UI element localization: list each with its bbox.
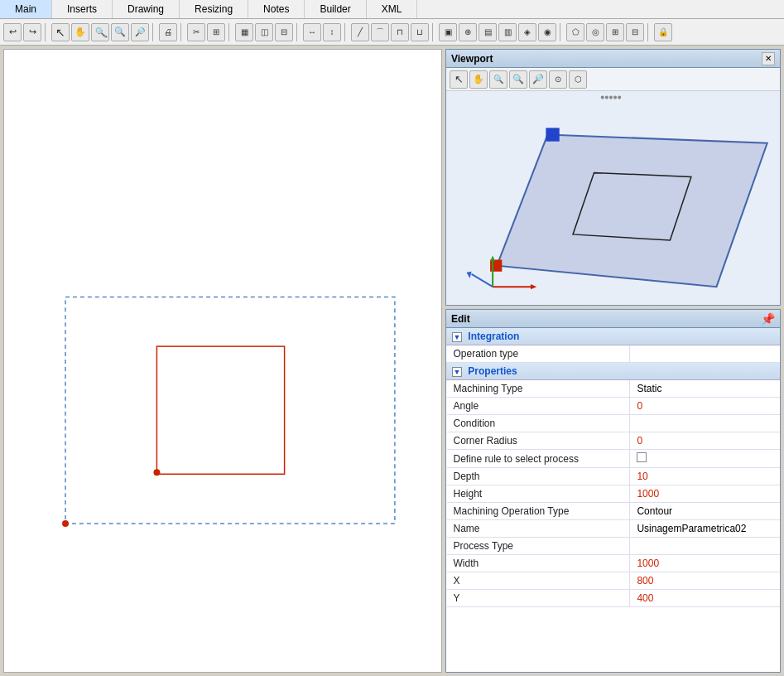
prop-key-operation-type: Operation type bbox=[447, 345, 630, 363]
print-button[interactable]: 🖨 bbox=[159, 23, 177, 41]
edit-title: Edit bbox=[451, 313, 470, 325]
vp-3d-button[interactable]: ⬡ bbox=[569, 70, 587, 89]
viewport-canvas[interactable] bbox=[446, 91, 780, 305]
vp-zoom-in-button[interactable]: 🔍 bbox=[509, 70, 527, 89]
prop-key-width: Width bbox=[447, 555, 630, 572]
tool-b3[interactable]: ⊟ bbox=[275, 23, 293, 41]
dot-inner-corner bbox=[153, 469, 160, 476]
prop-val-name: UsinagemParametrica02 bbox=[630, 520, 780, 538]
prop-row-width: Width 1000 bbox=[447, 555, 781, 572]
pin-icon[interactable]: 📌 bbox=[761, 312, 775, 326]
menu-resizing[interactable]: Resizing bbox=[180, 0, 248, 18]
tool-rect[interactable]: ⊓ bbox=[391, 23, 409, 41]
lock-button[interactable]: 🔒 bbox=[654, 23, 672, 41]
table-button[interactable]: ⊞ bbox=[207, 23, 225, 41]
tool-g3[interactable]: ▤ bbox=[479, 23, 497, 41]
prop-val-height: 1000 bbox=[630, 485, 780, 503]
sep2 bbox=[152, 23, 156, 41]
tool-line[interactable]: ╱ bbox=[351, 23, 369, 41]
prop-key-condition: Condition bbox=[447, 415, 630, 432]
viewport-close-button[interactable]: ✕ bbox=[762, 52, 775, 65]
viewport-toolbar: ↖ ✋ 🔍 🔍 🔎 ⊙ ⬡ bbox=[446, 68, 780, 91]
prop-key-depth: Depth bbox=[447, 468, 630, 485]
properties-collapse-btn[interactable]: ▼ bbox=[452, 367, 462, 377]
right-panel: Viewport ✕ ↖ ✋ 🔍 🔍 🔎 ⊙ ⬡ bbox=[445, 49, 781, 673]
prop-row-x: X 800 bbox=[447, 572, 781, 590]
prop-val-process-type bbox=[630, 538, 780, 555]
tool-b1[interactable]: ▦ bbox=[235, 23, 253, 41]
canvas-area[interactable] bbox=[4, 50, 441, 672]
tool-g5[interactable]: ◈ bbox=[518, 23, 536, 41]
tool-g10[interactable]: ⊟ bbox=[626, 23, 644, 41]
properties-scroll[interactable]: ▼ Integration Operation type ▼ bbox=[446, 328, 780, 672]
integration-label: Integration bbox=[468, 331, 519, 342]
prop-key-machining-op-type: Machining Operation Type bbox=[447, 503, 630, 520]
prop-row-depth: Depth 10 bbox=[447, 468, 781, 485]
define-rule-checkbox[interactable] bbox=[637, 452, 647, 462]
tool-b4[interactable]: ↔ bbox=[303, 23, 321, 41]
prop-row-machining-op-type: Machining Operation Type Contour bbox=[447, 503, 781, 520]
tool-poly[interactable]: ⊔ bbox=[411, 23, 429, 41]
edit-panel: Edit 📌 ▼ Integration Operatio bbox=[445, 309, 781, 673]
menu-builder[interactable]: Builder bbox=[305, 0, 366, 18]
tool-g8[interactable]: ◎ bbox=[586, 23, 604, 41]
sep3 bbox=[180, 23, 184, 41]
prop-row-angle: Angle 0 bbox=[447, 398, 781, 415]
vp-hand-button[interactable]: ✋ bbox=[469, 70, 488, 89]
viewport-title: Viewport bbox=[451, 53, 493, 65]
integration-collapse-btn[interactable]: ▼ bbox=[452, 332, 462, 342]
menu-notes[interactable]: Notes bbox=[248, 0, 305, 18]
prop-key-process-type: Process Type bbox=[447, 538, 630, 555]
prop-val-angle: 0 bbox=[630, 398, 780, 415]
tool-curve[interactable]: ⌒ bbox=[371, 23, 389, 41]
prop-val-y: 400 bbox=[630, 590, 780, 607]
svg-point-4 bbox=[613, 96, 617, 99]
dot-outer-corner bbox=[62, 520, 69, 527]
tool-g9[interactable]: ⊞ bbox=[606, 23, 624, 41]
prop-row-name: Name UsinagemParametrica02 bbox=[447, 520, 781, 538]
sep6 bbox=[344, 23, 348, 41]
viewport-header: Viewport ✕ bbox=[446, 50, 780, 68]
vp-pointer-button[interactable]: ⊙ bbox=[549, 70, 567, 89]
tool-g1[interactable]: ▣ bbox=[439, 23, 457, 41]
prop-key-x: X bbox=[447, 572, 630, 590]
prop-row-y: Y 400 bbox=[447, 590, 781, 607]
prop-row-height: Height 1000 bbox=[447, 485, 781, 503]
prop-key-angle: Angle bbox=[447, 398, 630, 415]
tool-g6[interactable]: ◉ bbox=[538, 23, 556, 41]
prop-val-condition bbox=[630, 415, 780, 432]
menu-inserts[interactable]: Inserts bbox=[52, 0, 113, 18]
prop-val-machining-op-type: Contour bbox=[630, 503, 780, 520]
cut-button[interactable]: ✂ bbox=[187, 23, 205, 41]
sep9 bbox=[647, 23, 651, 41]
vp-select-button[interactable]: ↖ bbox=[450, 70, 468, 89]
zoom-region-button[interactable]: 🔍+ bbox=[91, 23, 109, 41]
canvas-panel bbox=[3, 49, 442, 673]
vp-zoom-region-button[interactable]: 🔍 bbox=[489, 70, 507, 89]
menu-drawing[interactable]: Drawing bbox=[113, 0, 180, 18]
vp-zoom-out-button[interactable]: 🔎 bbox=[529, 70, 547, 89]
prop-row-corner-radius: Corner Radius 0 bbox=[447, 432, 781, 450]
zoom-in-button[interactable]: 🔍 bbox=[111, 23, 129, 41]
outer-rect bbox=[65, 297, 395, 524]
zoom-out-button[interactable]: 🔎 bbox=[131, 23, 149, 41]
prop-val-define-rule[interactable] bbox=[630, 450, 780, 468]
prop-row-machining-type: Machining Type Static bbox=[447, 380, 781, 398]
tool-b2[interactable]: ◫ bbox=[255, 23, 273, 41]
sep8 bbox=[560, 23, 563, 41]
prop-val-operation-type bbox=[630, 345, 780, 363]
tool-g7[interactable]: ⬠ bbox=[566, 23, 584, 41]
prop-key-define-rule: Define rule to select process bbox=[447, 450, 630, 468]
redo-button[interactable]: ↪ bbox=[23, 23, 41, 41]
tool-g4[interactable]: ▥ bbox=[498, 23, 517, 41]
tool-g2[interactable]: ⊕ bbox=[459, 23, 477, 41]
undo-button[interactable]: ↩ bbox=[3, 23, 22, 41]
sep1 bbox=[45, 23, 48, 41]
select-tool-button[interactable]: ↖ bbox=[51, 23, 70, 41]
menu-xml[interactable]: XML bbox=[367, 0, 418, 18]
tool-b5[interactable]: ↕ bbox=[323, 23, 341, 41]
menu-main[interactable]: Main bbox=[0, 0, 52, 18]
hand-tool-button[interactable]: ✋ bbox=[71, 23, 89, 41]
integration-section-header: ▼ Integration bbox=[447, 328, 781, 345]
prop-val-x: 800 bbox=[630, 572, 780, 590]
